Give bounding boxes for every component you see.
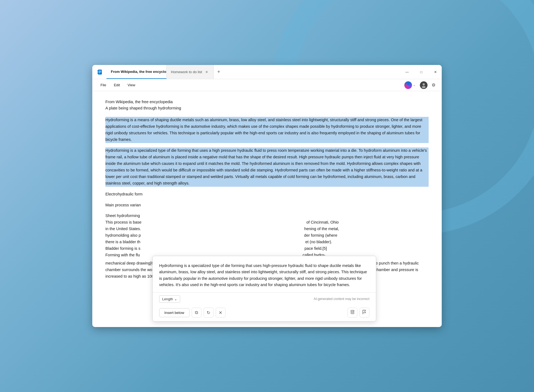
header-line1: From Wikipedia, the free encyclopedia xyxy=(105,99,429,105)
ai-popup-footer: Length ⌄ AI-generated content may be inc… xyxy=(153,292,376,305)
svg-point-9 xyxy=(351,310,354,312)
ai-popup: Hydroforming is a specialized type of di… xyxy=(152,256,376,322)
partial-text-9: Forming with the flu xyxy=(105,253,140,257)
flag-button[interactable] xyxy=(360,308,369,317)
menu-edit[interactable]: Edit xyxy=(110,81,124,89)
partial-line2: Main process varian xyxy=(105,202,429,209)
partial-line1: Electrohydraulic form xyxy=(105,191,429,198)
partial-text-2: Main process varian xyxy=(105,203,141,207)
partial-text-1: Electrohydraulic form xyxy=(105,192,143,196)
svg-rect-6 xyxy=(97,73,98,74)
tab-homework-close[interactable]: ✕ xyxy=(204,70,209,75)
header-line2: A plate being shaped through hydroformin… xyxy=(105,105,429,111)
partial-text-5: in the United States. xyxy=(105,227,141,231)
document-content: From Wikipedia, the free encyclopedia A … xyxy=(92,91,442,327)
svg-rect-1 xyxy=(99,71,101,71)
partial-suffix7: et (no bladder). xyxy=(305,240,332,244)
partial-lines-3to9: Sheet hydroforming This process is base … xyxy=(105,213,429,258)
length-label: Length xyxy=(162,297,173,301)
tabs-area: From Wikipedia, the free encyclop Homewo… xyxy=(106,65,401,79)
insert-below-button[interactable]: Insert below xyxy=(159,308,189,317)
right-icons-group xyxy=(348,308,369,317)
copy-icon: ⧉ xyxy=(195,310,198,315)
tab-wikipedia[interactable]: From Wikipedia, the free encyclop xyxy=(106,65,167,79)
ai-disclaimer-text: AI-generated content may be incorrect xyxy=(314,296,369,302)
stack-button[interactable] xyxy=(348,308,357,317)
title-bar: From Wikipedia, the free encyclop Homewo… xyxy=(92,65,442,79)
para1-selected-text: Hydroforming is a means of shaping ducti… xyxy=(105,117,429,143)
partial-suffix5: hening of the metal, xyxy=(304,227,339,231)
partial-suffix4: of Cincinnati, Ohio xyxy=(306,220,339,224)
regenerate-button[interactable]: ↻ xyxy=(204,308,213,317)
copilot-icon xyxy=(404,81,412,89)
user-avatar[interactable] xyxy=(420,81,428,89)
partial-suffix8: pace field.[5] xyxy=(304,246,327,251)
maximize-icon: □ xyxy=(420,70,422,74)
paragraph-2: Hydroforming is a specialized type of di… xyxy=(105,147,429,187)
tab-homework[interactable]: Homework to do list ✕ xyxy=(167,65,214,79)
copilot-button[interactable]: ⌄ xyxy=(402,80,418,90)
dismiss-button[interactable]: ✕ xyxy=(216,308,226,317)
menu-view[interactable]: View xyxy=(124,81,139,89)
app-icon xyxy=(96,68,104,76)
svg-rect-4 xyxy=(97,70,98,71)
stack-icon xyxy=(350,310,355,316)
tab-add-label: + xyxy=(217,69,220,75)
length-button[interactable]: Length ⌄ xyxy=(159,295,180,303)
svg-rect-2 xyxy=(99,72,101,72)
minimize-icon: — xyxy=(405,70,409,74)
tab-homework-label: Homework to do list xyxy=(171,70,202,74)
ai-popup-text: Hydroforming is a specialized type of di… xyxy=(153,256,376,292)
ai-popup-actions: Insert below ⧉ ↻ ✕ xyxy=(153,305,376,321)
length-chevron-icon: ⌄ xyxy=(174,297,177,301)
paragraph-1: Hydroforming is a means of shaping ducti… xyxy=(105,117,429,143)
svg-point-7 xyxy=(423,83,425,85)
partial-text-6: hydromolding also p xyxy=(105,233,141,237)
minimize-button[interactable]: — xyxy=(401,65,413,79)
copilot-chevron: ⌄ xyxy=(413,83,416,87)
svg-rect-5 xyxy=(97,72,98,72)
close-icon: ✕ xyxy=(219,310,222,315)
main-window: From Wikipedia, the free encyclop Homewo… xyxy=(92,65,442,327)
doc-header: From Wikipedia, the free encyclopedia A … xyxy=(105,99,429,111)
close-button[interactable]: ✕ xyxy=(429,65,442,79)
menu-bar: File Edit View ⌄ ⚙ xyxy=(92,79,442,91)
close-icon: ✕ xyxy=(434,70,437,74)
tab-add-button[interactable]: + xyxy=(214,65,224,79)
settings-icon[interactable]: ⚙ xyxy=(430,81,437,89)
tab-wikipedia-label: From Wikipedia, the free encyclop xyxy=(111,70,167,74)
partial-text-4: This process is base xyxy=(105,220,141,224)
regenerate-icon: ↻ xyxy=(207,310,210,315)
menu-file[interactable]: File xyxy=(97,81,110,89)
maximize-button[interactable]: □ xyxy=(415,65,428,79)
partial-text-3: Sheet hydroforming xyxy=(105,213,140,218)
partial-text-7: there is a bladder th xyxy=(105,240,140,244)
menu-right-area: ⌄ ⚙ xyxy=(402,80,437,90)
partial-suffix6: der forming (where xyxy=(304,233,337,237)
ai-generated-text: Hydroforming is a specialized type of di… xyxy=(159,263,367,287)
partial-text-8: Bladder forming is s xyxy=(105,246,140,251)
svg-rect-3 xyxy=(99,73,100,73)
svg-point-8 xyxy=(422,86,426,88)
insert-below-label: Insert below xyxy=(164,311,184,315)
flag-icon xyxy=(362,310,367,316)
para2-selected-text: Hydroforming is a specialized type of di… xyxy=(105,147,429,187)
window-controls: — □ ✕ xyxy=(401,65,442,79)
copy-button[interactable]: ⧉ xyxy=(192,308,201,317)
